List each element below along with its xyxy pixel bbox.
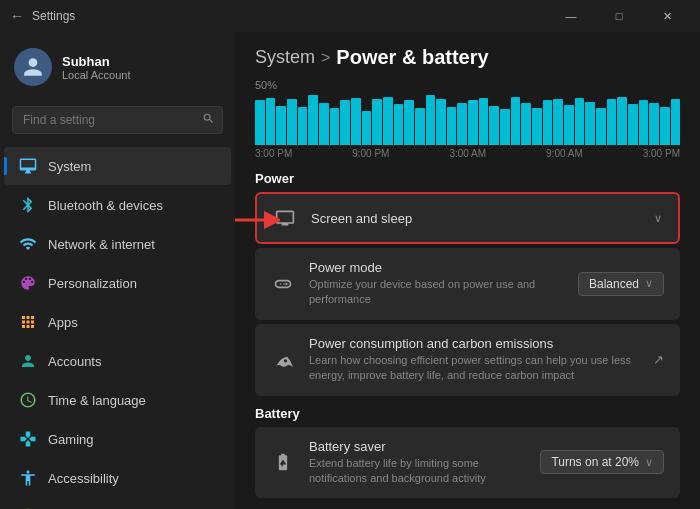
screen-sleep-label: Screen and sleep — [311, 211, 640, 226]
chart-bar — [671, 99, 681, 145]
nav-label-bluetooth: Bluetooth & devices — [48, 198, 163, 213]
chart-y-label: 50% — [255, 79, 680, 91]
avatar — [14, 48, 52, 86]
battery-saver-desc: Extend battery life by limiting some not… — [309, 456, 526, 487]
chart-bar — [404, 100, 414, 145]
battery-saver-text: Battery saver Extend battery life by lim… — [309, 439, 526, 487]
battery-saver-value: Turns on at 20% — [551, 455, 639, 469]
sidebar-item-bluetooth[interactable]: Bluetooth & devices — [4, 186, 231, 224]
nav-icon-apps — [18, 312, 38, 332]
app-layout: Subhan Local Account System Bluetooth & … — [0, 32, 700, 509]
power-mode-text: Power mode Optimize your device based on… — [309, 260, 564, 308]
power-consumption-item[interactable]: Power consumption and carbon emissions L… — [255, 324, 680, 396]
chart-bar — [436, 99, 446, 145]
screen-sleep-text: Screen and sleep — [311, 211, 640, 226]
search-box — [12, 106, 223, 134]
chart-bar — [585, 102, 595, 145]
chart-bar — [383, 97, 393, 145]
power-mode-dropdown[interactable]: Balanced ∨ — [578, 272, 664, 296]
power-mode-label: Power mode — [309, 260, 564, 275]
screen-sleep-control: ∨ — [654, 212, 662, 225]
chart-x-label: 9:00 AM — [546, 148, 583, 159]
sidebar-item-privacy[interactable]: Privacy & security — [4, 498, 231, 509]
close-button[interactable]: ✕ — [644, 0, 690, 32]
maximize-button[interactable]: □ — [596, 0, 642, 32]
chart-bar — [607, 99, 617, 145]
user-name: Subhan — [62, 54, 131, 69]
titlebar: ← Settings — □ ✕ — [0, 0, 700, 32]
chart-bar — [276, 106, 286, 145]
chart-x-label: 9:00 PM — [352, 148, 389, 159]
external-link-icon: ↗ — [653, 352, 664, 367]
arrow-svg — [235, 209, 280, 231]
chart-bar — [394, 104, 404, 145]
breadcrumb-parent: System — [255, 47, 315, 68]
titlebar-left: ← Settings — [10, 8, 75, 24]
power-mode-control[interactable]: Balanced ∨ — [578, 272, 664, 296]
chart-bar — [479, 98, 489, 145]
chart-bar — [639, 100, 649, 145]
sidebar-item-time[interactable]: Time & language — [4, 381, 231, 419]
sidebar-item-personalization[interactable]: Personalization — [4, 264, 231, 302]
chart-bar — [628, 104, 638, 145]
user-section: Subhan Local Account — [0, 32, 235, 102]
screen-sleep-chevron: ∨ — [654, 212, 662, 225]
page-header: System > Power & battery — [255, 32, 680, 79]
battery-saver-item[interactable]: Battery saver Extend battery life by lim… — [255, 427, 680, 499]
chart-x-label: 3:00 PM — [255, 148, 292, 159]
back-icon[interactable]: ← — [10, 8, 24, 24]
chart-bar — [489, 106, 499, 145]
power-mode-chevron-icon: ∨ — [645, 277, 653, 290]
nav-label-accessibility: Accessibility — [48, 471, 119, 486]
nav-label-personalization: Personalization — [48, 276, 137, 291]
chart-x-label: 3:00 PM — [643, 148, 680, 159]
sidebar-item-network[interactable]: Network & internet — [4, 225, 231, 263]
nav-icon-bluetooth — [18, 195, 38, 215]
chart-bar — [521, 103, 531, 145]
power-mode-desc: Optimize your device based on power use … — [309, 277, 564, 308]
sidebar: Subhan Local Account System Bluetooth & … — [0, 32, 235, 509]
chart-bar — [330, 108, 340, 145]
chart-bar — [266, 98, 276, 145]
chart-bar — [553, 99, 563, 145]
chart-bars — [255, 95, 680, 145]
power-consumption-text: Power consumption and carbon emissions L… — [309, 336, 639, 384]
screen-sleep-item[interactable]: Screen and sleep ∨ — [255, 192, 680, 244]
power-consumption-desc: Learn how choosing efficient power setti… — [309, 353, 639, 384]
sidebar-item-apps[interactable]: Apps — [4, 303, 231, 341]
chart-bar — [319, 103, 329, 145]
chart-bar — [575, 98, 585, 145]
sidebar-item-system[interactable]: System — [4, 147, 231, 185]
nav-label-network: Network & internet — [48, 237, 155, 252]
nav-label-accounts: Accounts — [48, 354, 101, 369]
chart-bar — [362, 111, 372, 145]
chart-bar — [255, 100, 265, 145]
chart-bar — [511, 97, 521, 145]
battery-saver-dropdown[interactable]: Turns on at 20% ∨ — [540, 450, 664, 474]
power-mode-icon — [271, 272, 295, 296]
nav-icon-system — [18, 156, 38, 176]
nav-icon-accounts — [18, 351, 38, 371]
arrow-indicator — [235, 209, 280, 231]
user-info: Subhan Local Account — [62, 54, 131, 81]
nav-label-gaming: Gaming — [48, 432, 94, 447]
chart-bar — [596, 108, 606, 145]
chart-bar — [287, 99, 297, 145]
nav-label-time: Time & language — [48, 393, 146, 408]
sidebar-item-accessibility[interactable]: Accessibility — [4, 459, 231, 497]
power-mode-item[interactable]: Power mode Optimize your device based on… — [255, 248, 680, 320]
chart-bar — [543, 100, 553, 145]
power-mode-value: Balanced — [589, 277, 639, 291]
chart-x-label: 3:00 AM — [449, 148, 486, 159]
chart-x-labels: 3:00 PM9:00 PM3:00 AM9:00 AM3:00 PM — [255, 148, 680, 159]
chart-bar — [660, 107, 670, 145]
chart-bar — [617, 97, 627, 145]
battery-saver-control[interactable]: Turns on at 20% ∨ — [540, 450, 664, 474]
battery-chart: 50% 3:00 PM9:00 PM3:00 AM9:00 AM3:00 PM — [255, 79, 680, 159]
minimize-button[interactable]: — — [548, 0, 594, 32]
sidebar-item-accounts[interactable]: Accounts — [4, 342, 231, 380]
chart-bar — [415, 108, 425, 145]
search-input[interactable] — [12, 106, 223, 134]
nav-label-system: System — [48, 159, 91, 174]
sidebar-item-gaming[interactable]: Gaming — [4, 420, 231, 458]
